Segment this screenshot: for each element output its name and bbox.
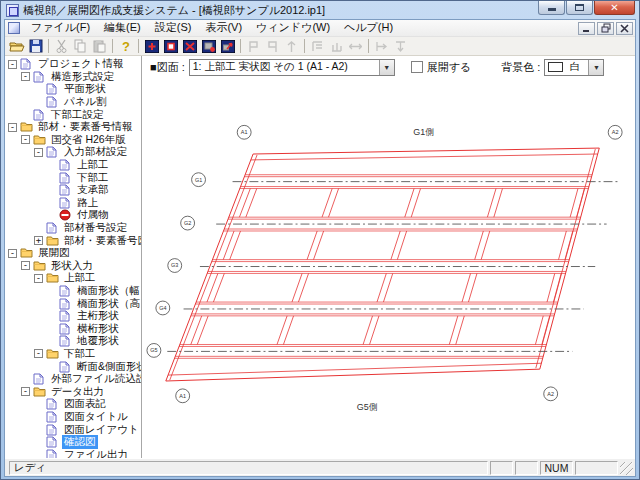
folder-icon [46,235,59,247]
maximize-button[interactable] [566,1,593,15]
collapse-toggle[interactable]: - [34,148,43,157]
zoom-plus-button[interactable] [142,38,161,55]
tree-item[interactable]: 部材番号設定 [5,222,141,235]
tree-item[interactable]: -展開図 [5,247,141,260]
expand-toggle[interactable]: + [34,236,43,245]
tree-item-label[interactable]: 部材・要素番号図 [62,234,142,248]
tree-item[interactable]: -データ出力 [5,385,141,398]
mdi-minimize-button[interactable] [578,22,595,35]
help-button[interactable]: ? [116,38,135,55]
mdi-restore-button[interactable] [597,22,614,35]
tree-item[interactable]: パネル割 [5,96,141,109]
bridge-plan-drawing: G1G2G3G4G5A1A2A1A2G1側G5側 [142,78,635,458]
tree-item[interactable]: 主桁形状 [5,310,141,323]
resize-grip[interactable] [620,462,633,475]
background-color-select[interactable]: 白 ▼ [544,59,604,76]
tree-item[interactable]: ファイル出力 [5,448,141,458]
collapse-toggle[interactable]: - [8,60,17,69]
tree-item[interactable]: 図面表記 [5,398,141,411]
tree-item[interactable]: 横桁形状 [5,322,141,335]
zoom-prev-icon [202,40,216,53]
tree-item[interactable]: 付属物 [5,209,141,222]
tree-item[interactable]: 地覆形状 [5,335,141,348]
top-side-label: G1側 [413,127,434,137]
tree-item[interactable]: -国交省 H26年版 [5,134,141,147]
open-button[interactable] [7,38,26,55]
tree: -プロジェクト情報-構造形式設定平面形状パネル割下部工設定-部材・要素番号情報-… [5,56,142,458]
zoom-pan-button[interactable] [218,38,237,55]
collapse-toggle[interactable]: - [21,135,30,144]
doc-icon [59,361,72,373]
zoom-window-icon [183,40,197,53]
chevron-down-icon[interactable]: ▼ [588,60,603,75]
background-color-value: 白 [566,60,588,74]
tree-item[interactable]: -入力部材設定 [5,146,141,159]
tree-item[interactable]: 路上 [5,197,141,210]
tree-item[interactable]: 図面タイトル [5,411,141,424]
layout-flag2-icon [266,40,279,53]
tree-item[interactable]: -上部工 [5,272,141,285]
document-icon[interactable] [8,22,20,34]
tree-item[interactable]: 確認図 [5,436,141,449]
doc-icon [46,96,59,108]
tree-item[interactable]: 支承部 [5,184,141,197]
collapse-toggle[interactable]: - [21,72,30,81]
expand-checkbox[interactable] [411,61,423,73]
no-entry-icon [59,209,72,221]
svg-text:A1: A1 [179,393,186,399]
save-button[interactable] [26,38,45,55]
tree-item[interactable]: 上部工 [5,159,141,172]
menu-item[interactable]: ヘルプ(H) [337,19,400,37]
doc-icon [46,146,59,158]
menu-item[interactable]: ウィンドウ(W) [249,19,337,37]
collapse-toggle[interactable]: - [8,249,17,258]
tree-item[interactable]: -部材・要素番号情報 [5,121,141,134]
drawing-label: ■図面 : [150,60,185,75]
folder-icon [46,272,59,284]
drawing-select[interactable]: 1: 上部工 実状図 その 1 (A1 - A2) ▼ [189,59,395,76]
tree-item[interactable]: 外部ファイル読込設定 [5,373,141,386]
mdi-close-button[interactable] [616,22,633,35]
tree-item[interactable]: -形状入力 [5,260,141,273]
tree-item[interactable]: 下部工 [5,171,141,184]
collapse-toggle[interactable]: - [21,261,30,270]
zoom-window-button[interactable] [180,38,199,55]
svg-text:A2: A2 [547,391,554,397]
zoom-extent-button[interactable] [161,38,180,55]
menu-item[interactable]: 編集(E) [97,19,148,37]
minimize-button[interactable] [538,1,565,15]
doc-icon [46,436,59,448]
tree-item[interactable]: 橋面形状（高） [5,297,141,310]
doc-icon [59,335,72,347]
drawing-select-value: 1: 上部工 実状図 その 1 (A1 - A2) [190,60,379,74]
tree-item[interactable]: -下部工 [5,348,141,361]
doc-icon [46,83,59,95]
menu-item[interactable]: ファイル(F) [24,19,97,37]
tree-item[interactable]: +部材・要素番号図 [5,234,141,247]
folder-icon [33,134,46,146]
close-button[interactable]: ✕ [594,1,635,15]
menu-item[interactable]: 設定(S) [148,19,199,37]
toolbar-separator [304,39,305,53]
drawing-canvas[interactable]: G1G2G3G4G5A1A2A1A2G1側G5側 [142,78,635,458]
zoom-pan-icon [221,40,235,53]
tree-item[interactable]: 図面レイアウト [5,423,141,436]
collapse-toggle[interactable]: - [34,274,43,283]
collapse-toggle[interactable]: - [8,123,17,132]
tree-item[interactable]: 断面&側面形状 [5,360,141,373]
doc-icon [20,58,33,70]
menu-item[interactable]: 表示(V) [198,19,249,37]
tree-item-label[interactable]: ファイル出力 [62,448,130,458]
tree-item[interactable]: -プロジェクト情報 [5,58,141,71]
copy-icon [74,39,87,53]
collapse-toggle[interactable]: - [21,387,30,396]
doc-icon [46,398,59,410]
tree-item[interactable]: -構造形式設定 [5,71,141,84]
tree-item[interactable]: 平面形状 [5,83,141,96]
chevron-down-icon[interactable]: ▼ [379,60,394,75]
tree-item[interactable]: 下部工設定 [5,108,141,121]
collapse-toggle[interactable]: - [34,349,43,358]
tree-item[interactable]: 橋面形状（幅） [5,285,141,298]
zoom-prev-button[interactable] [199,38,218,55]
layout-move-button [346,38,365,55]
